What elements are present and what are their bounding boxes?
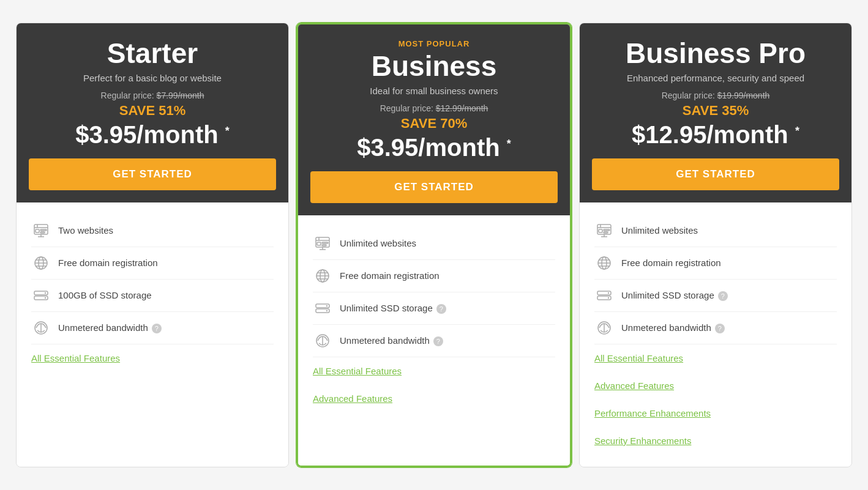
svg-point-15: [45, 292, 46, 294]
website-icon: [31, 221, 51, 240]
feature-item: Unmetered bandwidth?: [31, 312, 274, 344]
feature-item: Unmetered bandwidth?: [594, 312, 837, 344]
plan-card-business-pro: Business Pro Enhanced performance, secur…: [579, 23, 852, 467]
current-price-business: $3.95/month *: [310, 134, 558, 161]
feature-link[interactable]: Security Enhancements: [594, 431, 837, 451]
svg-point-35: [326, 310, 327, 311]
feature-item: Free domain registration: [31, 247, 274, 280]
save-label-business-pro: SAVE 35%: [592, 103, 839, 119]
info-icon[interactable]: ?: [718, 291, 728, 301]
most-popular-label: MOST POPULAR: [310, 39, 558, 48]
storage-icon: [31, 286, 51, 305]
info-icon[interactable]: ?: [152, 324, 162, 333]
feature-item: 100GB of SSD storage: [31, 280, 274, 312]
plan-header-starter: Starter Perfect for a basic blog or webs…: [17, 23, 288, 202]
svg-rect-7: [40, 232, 45, 233]
feature-text: Unlimited websites: [340, 238, 555, 248]
current-price-starter: $3.95/month *: [29, 121, 276, 149]
plan-tagline-starter: Perfect for a basic blog or website: [29, 73, 276, 83]
feature-text: Unlimited SSD storage?: [621, 290, 837, 301]
feature-link[interactable]: All Essential Features: [594, 348, 837, 368]
feature-item: Unlimited websites: [594, 215, 837, 247]
svg-rect-45: [604, 232, 608, 233]
info-icon[interactable]: ?: [715, 324, 725, 333]
storage-icon: [313, 299, 332, 318]
plan-header-business: MOST POPULAR Business Ideal for small bu…: [298, 24, 570, 215]
feature-link[interactable]: Advanced Features: [313, 388, 555, 409]
feature-text: Unmetered bandwidth?: [58, 322, 274, 333]
storage-icon: [594, 286, 614, 305]
feature-item: Unmetered bandwidth?: [313, 325, 555, 357]
feature-link-section: Security Enhancements: [594, 427, 837, 455]
feature-link-section: All Essential Features: [31, 344, 274, 372]
website-icon: [313, 234, 332, 253]
feature-text: Unmetered bandwidth?: [340, 335, 555, 346]
feature-text: 100GB of SSD storage: [58, 290, 274, 300]
current-price-business-pro: $12.95/month *: [592, 121, 839, 149]
feature-item: Unlimited websites: [313, 228, 555, 260]
feature-link[interactable]: Advanced Features: [594, 376, 837, 396]
feature-text: Unlimited SSD storage?: [340, 303, 555, 314]
plan-name-business: Business: [310, 51, 558, 82]
feature-text: Free domain registration: [58, 258, 274, 268]
svg-point-54: [608, 297, 609, 299]
get-started-button-business-pro[interactable]: GET STARTED: [592, 158, 839, 190]
feature-link-section: Performance Enhancements: [594, 399, 837, 427]
feature-link-section: Advanced Features: [594, 372, 837, 399]
feature-text: Unmetered bandwidth?: [621, 322, 837, 333]
feature-link[interactable]: Performance Enhancements: [594, 403, 837, 423]
svg-point-16: [45, 297, 46, 299]
regular-price-starter: Regular price: $7.99/month: [29, 91, 276, 100]
domain-icon: [594, 253, 614, 273]
regular-price-business: Regular price: $12.99/month: [310, 103, 558, 113]
feature-item: Two websites: [31, 215, 274, 247]
plan-tagline-business-pro: Enhanced performance, security and speed: [592, 73, 839, 83]
feature-text: Free domain registration: [340, 270, 555, 281]
feature-link-section: All Essential Features: [594, 344, 837, 372]
svg-rect-5: [36, 229, 39, 232]
feature-link-section: All Essential Features: [313, 357, 555, 385]
info-icon[interactable]: ?: [433, 336, 443, 346]
feature-text: Unlimited websites: [621, 225, 837, 236]
domain-icon: [313, 266, 332, 286]
domain-icon: [31, 253, 51, 273]
plan-features-business: Unlimited websites Free domain registrat…: [298, 215, 570, 466]
plan-tagline-business: Ideal for small business owners: [310, 86, 558, 96]
plan-card-starter: Starter Perfect for a basic blog or webs…: [16, 23, 289, 467]
feature-link[interactable]: All Essential Features: [31, 348, 274, 368]
svg-rect-44: [604, 229, 610, 231]
plan-card-business: MOST POPULAR Business Ideal for small bu…: [296, 23, 572, 467]
bandwidth-icon: [31, 318, 51, 338]
regular-price-business-pro: Regular price: $19.99/month: [592, 91, 839, 100]
website-icon: [594, 221, 614, 240]
info-icon[interactable]: ?: [436, 304, 446, 314]
feature-text: Free domain registration: [621, 258, 837, 268]
plan-header-business-pro: Business Pro Enhanced performance, secur…: [580, 23, 851, 202]
feature-item: Unlimited SSD storage?: [594, 280, 837, 312]
feature-link-section: Advanced Features: [313, 385, 555, 412]
plan-features-business-pro: Unlimited websites Free domain registrat…: [580, 202, 851, 467]
svg-rect-25: [322, 242, 328, 243]
pricing-container: Starter Perfect for a basic blog or webs…: [12, 23, 856, 467]
save-label-starter: SAVE 51%: [29, 103, 276, 119]
feature-link[interactable]: All Essential Features: [313, 361, 555, 381]
feature-item: Free domain registration: [594, 247, 837, 280]
svg-rect-6: [40, 229, 47, 231]
get-started-button-business[interactable]: GET STARTED: [310, 171, 558, 203]
feature-item: Free domain registration: [313, 260, 555, 292]
plan-name-starter: Starter: [29, 38, 276, 69]
feature-item: Unlimited SSD storage?: [313, 292, 555, 325]
svg-rect-26: [322, 245, 326, 246]
get-started-button-starter[interactable]: GET STARTED: [29, 158, 276, 190]
svg-point-53: [608, 292, 609, 294]
bandwidth-icon: [313, 331, 332, 351]
svg-rect-24: [317, 242, 321, 245]
svg-rect-43: [599, 229, 602, 232]
svg-point-34: [326, 305, 327, 306]
bandwidth-icon: [594, 318, 614, 338]
feature-text: Two websites: [58, 225, 274, 236]
save-label-business: SAVE 70%: [310, 116, 558, 132]
plan-name-business-pro: Business Pro: [592, 38, 839, 69]
plan-features-starter: Two websites Free domain registration 10…: [17, 202, 288, 467]
